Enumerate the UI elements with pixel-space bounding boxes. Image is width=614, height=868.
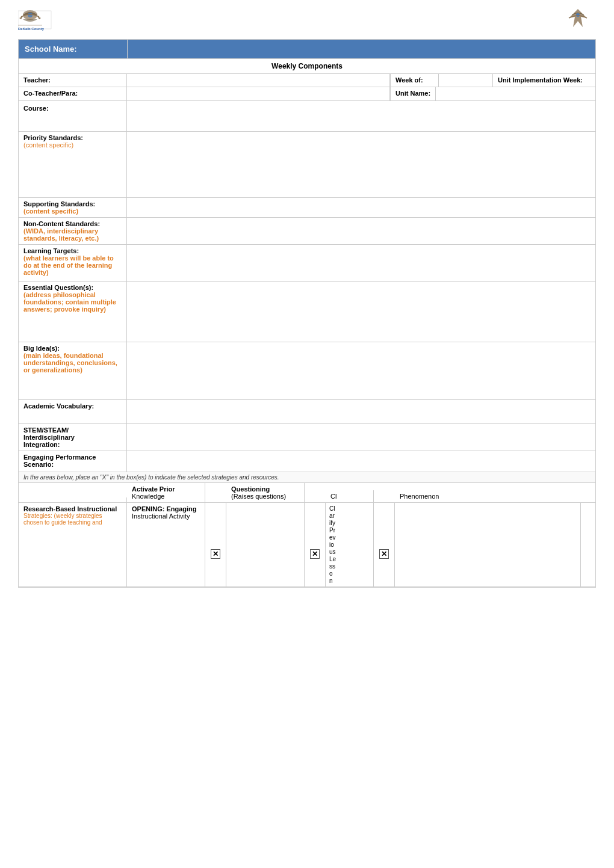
unit-name-value[interactable] (436, 87, 595, 100)
opening-label-col: OPENING: Engaging Instructional Activity (127, 503, 205, 586)
school-name-row: School Name: (19, 40, 595, 59)
academic-vocabulary-label: Academic Vocabulary: (19, 400, 127, 423)
priority-standards-label: Priority Standards: (content specific) (19, 132, 127, 197)
questioning-checkbox-body[interactable]: ✕ (305, 503, 326, 586)
logo-right-icon (560, 6, 596, 33)
svg-text:DeKalb County: DeKalb County (18, 27, 45, 31)
week-of-label: Week of: (391, 74, 439, 87)
academic-vocabulary-value[interactable] (127, 400, 595, 423)
clarify-checkbox-body[interactable]: ✕ (374, 503, 395, 586)
stem-value[interactable] (127, 424, 595, 451)
page-header: DeKalb County (0, 0, 614, 39)
research-based-label: Research-Based Instructional Strategies:… (19, 503, 127, 586)
clarify-header: Cl (326, 490, 374, 502)
teacher-value[interactable] (127, 74, 390, 87)
course-row: Course: (19, 101, 595, 132)
non-content-standards-row: Non-Content Standards: (WIDA, interdisci… (19, 218, 595, 245)
clarify-checkbox-icon[interactable]: ✕ (379, 549, 389, 559)
phenomenon-body-col (395, 503, 580, 586)
essential-question-value[interactable] (127, 282, 595, 342)
clarify-body-col: Cl ar ify Pr ev io us Le ss o n (326, 503, 374, 586)
strategies-body-row: Research-Based Instructional Strategies:… (19, 503, 595, 587)
engaging-performance-value[interactable] (127, 451, 595, 472)
logo-left: DeKalb County (18, 6, 66, 33)
strategies-opening-col (19, 497, 127, 502)
engaging-performance-row: Engaging Performance Scenario: (19, 451, 595, 472)
academic-vocabulary-row: Academic Vocabulary: (19, 400, 595, 424)
far-right-body (580, 503, 595, 586)
course-value[interactable] (127, 101, 595, 131)
stem-label: STEM/STEAM/ Interdisciplinary Integratio… (19, 424, 127, 451)
unit-name-label: Unit Name: (391, 87, 436, 100)
dekalb-logo-icon: DeKalb County (18, 6, 66, 33)
essential-question-row: Essential Question(s): (address philosop… (19, 282, 595, 342)
questioning-checkbox-icon[interactable]: ✕ (310, 549, 320, 559)
svg-point-5 (576, 13, 580, 17)
questioning-header: Questioning (Raises questions) (226, 483, 305, 502)
supporting-standards-value[interactable] (127, 198, 595, 217)
big-idea-value[interactable] (127, 342, 595, 399)
big-idea-label: Big Idea(s): (main ideas, foundational u… (19, 342, 127, 399)
activate-checkbox-body[interactable]: ✕ (205, 503, 226, 586)
questioning-body-col (226, 503, 305, 586)
phenomenon-header: Phenomenon (395, 490, 580, 502)
main-form: School Name: Weekly Components Teacher: … (18, 39, 596, 588)
essential-question-label: Essential Question(s): (address philosop… (19, 282, 127, 342)
unit-impl-label: Unit Implementation Week: (493, 74, 595, 87)
learning-targets-label: Learning Targets: (what learners will be… (19, 245, 127, 281)
coteacher-label: Co-Teacher/Para: (19, 87, 127, 100)
activate-prior-header: Activate Prior Knowledge (127, 483, 205, 502)
week-of-value[interactable] (439, 74, 493, 87)
learning-targets-value[interactable] (127, 245, 595, 281)
coteacher-value[interactable] (127, 87, 390, 100)
stem-row: STEM/STEAM/ Interdisciplinary Integratio… (19, 424, 595, 451)
instruction-note: In the areas below, place an "X" in the … (19, 472, 595, 483)
teacher-week-row: Teacher: Co-Teacher/Para: Week of: Unit … (19, 74, 595, 101)
supporting-standards-row: Supporting Standards: (content specific) (19, 198, 595, 218)
weekly-components-header: Weekly Components (19, 59, 595, 74)
non-content-standards-value[interactable] (127, 218, 595, 244)
big-idea-row: Big Idea(s): (main ideas, foundational u… (19, 342, 595, 400)
right-logo-icon (560, 6, 596, 33)
non-content-standards-label: Non-Content Standards: (WIDA, interdisci… (19, 218, 127, 244)
activate-checkbox-icon[interactable]: ✕ (211, 549, 220, 559)
teacher-label: Teacher: (19, 74, 127, 87)
svg-point-2 (28, 13, 33, 17)
school-name-value[interactable] (127, 40, 595, 58)
supporting-standards-label: Supporting Standards: (content specific) (19, 198, 127, 217)
strategies-header-row: Activate Prior Knowledge Questioning (Ra… (19, 483, 595, 503)
course-label: Course: (19, 101, 127, 131)
priority-standards-row: Priority Standards: (content specific) (19, 132, 595, 198)
learning-targets-row: Learning Targets: (what learners will be… (19, 245, 595, 282)
priority-standards-value[interactable] (127, 132, 595, 197)
engaging-performance-label: Engaging Performance Scenario: (19, 451, 127, 472)
school-name-label: School Name: (19, 40, 127, 58)
